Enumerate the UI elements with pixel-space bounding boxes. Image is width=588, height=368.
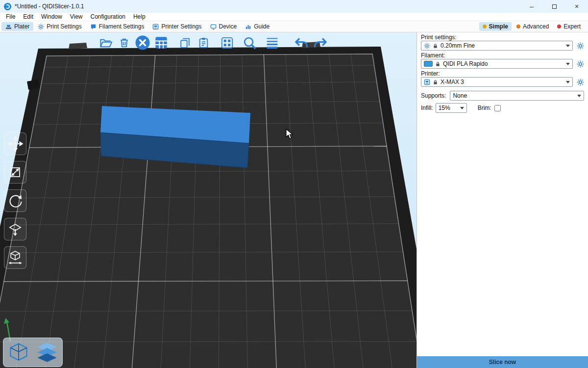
- gear-icon: [38, 24, 44, 30]
- view-3d-editor-button[interactable]: [6, 340, 31, 365]
- redo-button[interactable]: [311, 33, 329, 52]
- brim-label: Brim:: [478, 105, 491, 111]
- mode-switcher: Simple Advanced Expert: [479, 22, 587, 31]
- plater-icon: [5, 24, 12, 30]
- tab-print-settings-label: Print Settings: [47, 23, 81, 30]
- bed-clip-top-left: [69, 43, 87, 49]
- printer-value: X-MAX 3: [441, 79, 464, 85]
- printer-gear-button[interactable]: [576, 78, 584, 86]
- lock-icon: [433, 43, 438, 49]
- menu-edit[interactable]: Edit: [19, 13, 37, 20]
- tab-filament-settings[interactable]: Filament Settings: [86, 22, 148, 31]
- chevron-down-icon: [460, 107, 464, 109]
- filament-value: QIDI PLA Rapido: [443, 60, 488, 67]
- infill-value: 15%: [439, 105, 450, 111]
- arrange-icon: [154, 36, 168, 50]
- undo-button[interactable]: [292, 33, 311, 52]
- layers-icon: [265, 36, 279, 50]
- supports-combo[interactable]: None: [450, 91, 584, 101]
- supports-value: None: [453, 92, 467, 99]
- simple-mode-dot-icon: [483, 25, 487, 28]
- supports-label: Supports:: [421, 92, 446, 99]
- title-bar[interactable]: *Untitled - QIDISlicer-1.0.1 – ×: [0, 0, 588, 13]
- paste-icon: [197, 37, 210, 49]
- brim-checkbox[interactable]: [494, 105, 501, 111]
- infill-label: Infill:: [421, 105, 433, 111]
- menu-bar: File Edit Window View Configuration Help: [0, 13, 588, 21]
- filament-color-swatch: [424, 61, 433, 67]
- copy-button[interactable]: [175, 33, 194, 52]
- slice-now-button[interactable]: Slice now: [417, 356, 588, 368]
- tab-plater[interactable]: Plater: [1, 22, 33, 31]
- gizmo-move-button[interactable]: [4, 132, 26, 155]
- delete-button[interactable]: [115, 33, 133, 52]
- tab-print-settings[interactable]: Print Settings: [34, 22, 85, 31]
- printer-icon: [152, 24, 159, 30]
- open-project-button[interactable]: [96, 33, 115, 52]
- tab-guide[interactable]: Guide: [241, 22, 273, 31]
- view-mode-toggle: [3, 338, 63, 367]
- print-settings-label: Print settings:: [421, 34, 588, 41]
- arrange-button[interactable]: [152, 33, 171, 52]
- mode-advanced[interactable]: Advanced: [513, 22, 552, 31]
- paste-button[interactable]: [194, 33, 213, 52]
- print-bed-surface[interactable]: [0, 54, 416, 368]
- mode-expert[interactable]: Expert: [554, 22, 584, 31]
- filament-icon: [90, 24, 97, 30]
- viewport-3d[interactable]: [0, 32, 416, 368]
- print-settings-gear-button[interactable]: [576, 42, 584, 50]
- gizmo-measure-button[interactable]: [4, 246, 26, 269]
- menu-window[interactable]: Window: [37, 13, 66, 20]
- tab-device-label: Device: [219, 23, 237, 30]
- menu-configuration[interactable]: Configuration: [87, 13, 129, 20]
- filament-label: Filament:: [421, 52, 588, 59]
- place-on-face-icon: [7, 221, 23, 237]
- app-logo-icon: [4, 3, 11, 10]
- window-controls: – ×: [520, 0, 588, 13]
- gizmo-rotate-button[interactable]: [4, 189, 26, 212]
- gear-icon: [424, 43, 430, 49]
- print-settings-combo[interactable]: 0.20mm Fine: [421, 41, 573, 51]
- split-icon: [220, 36, 234, 50]
- chevron-down-icon: [577, 95, 581, 97]
- trash-icon: [118, 37, 130, 49]
- menu-view[interactable]: View: [66, 13, 87, 20]
- tab-filament-settings-label: Filament Settings: [99, 23, 145, 30]
- window-title: *Untitled - QIDISlicer-1.0.1: [15, 3, 84, 10]
- view-preview-button[interactable]: [34, 340, 60, 365]
- lock-icon: [435, 61, 441, 67]
- mode-simple[interactable]: Simple: [479, 22, 512, 31]
- tab-plater-label: Plater: [14, 23, 29, 30]
- cube-3d-icon: [8, 342, 29, 363]
- variable-layer-height-button[interactable]: [263, 33, 281, 52]
- delete-all-button[interactable]: [133, 33, 152, 52]
- lock-icon: [433, 79, 438, 85]
- viewport-toolbar: [96, 33, 329, 52]
- menu-file[interactable]: File: [2, 13, 19, 20]
- tab-printer-settings-label: Printer Settings: [161, 23, 201, 30]
- search-button[interactable]: [240, 33, 259, 52]
- menu-help[interactable]: Help: [129, 13, 149, 20]
- tab-printer-settings[interactable]: Printer Settings: [148, 22, 205, 31]
- rotate-icon: [7, 193, 23, 209]
- close-button[interactable]: ×: [565, 0, 588, 13]
- print-bed-scene[interactable]: [0, 32, 416, 368]
- mode-simple-label: Simple: [489, 23, 508, 30]
- gizmo-place-on-face-button[interactable]: [4, 218, 26, 240]
- layers-preview-icon: [35, 342, 59, 363]
- tab-bar: Plater Print Settings Filament Settings …: [0, 21, 588, 32]
- expert-mode-dot-icon: [557, 25, 561, 28]
- filament-combo[interactable]: QIDI PLA Rapido: [421, 59, 573, 69]
- gizmo-scale-button[interactable]: [4, 161, 26, 184]
- copy-icon: [179, 37, 191, 49]
- infill-combo[interactable]: 15%: [436, 103, 467, 113]
- printer-combo[interactable]: X-MAX 3: [421, 77, 573, 87]
- tab-device[interactable]: Device: [206, 22, 241, 31]
- maximize-button[interactable]: [543, 0, 565, 13]
- split-button[interactable]: [218, 33, 236, 52]
- app-window: *Untitled - QIDISlicer-1.0.1 – × File Ed…: [0, 0, 588, 368]
- minimize-button[interactable]: –: [520, 0, 543, 13]
- gear-icon: [577, 60, 584, 68]
- gizmo-toolbar: [4, 132, 26, 269]
- filament-gear-button[interactable]: [576, 60, 584, 68]
